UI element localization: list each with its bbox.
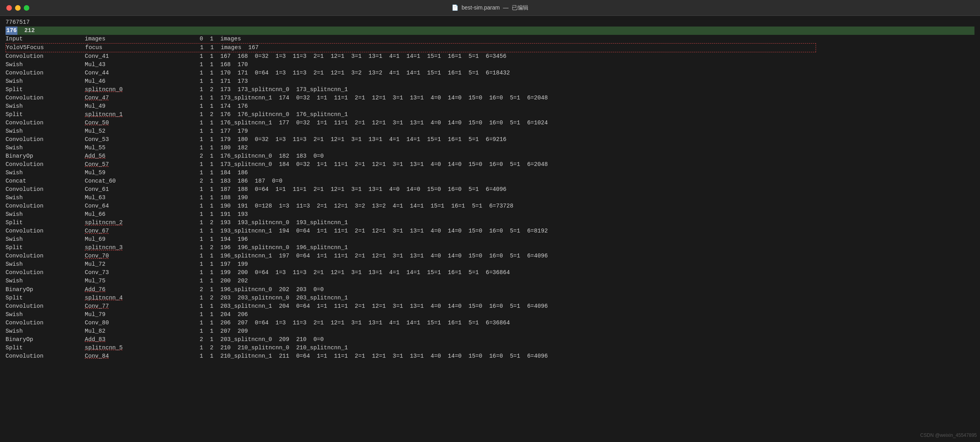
cell-params: 2 1 196_splitncnn_0 202 203 0=0 xyxy=(200,286,324,294)
cell-params: 1 2 176 176_splitncnn_0 176_splitncnn_1 xyxy=(200,110,348,119)
cell-name: Conv_50 xyxy=(85,119,200,127)
table-row: SwishMul_631 1 188 190 xyxy=(6,194,974,202)
cell-params: 1 1 188 190 xyxy=(200,194,248,202)
traffic-lights xyxy=(6,5,29,11)
table-row: SwishMul_721 1 197 199 xyxy=(6,260,974,269)
cell-name: Mul_79 xyxy=(85,311,200,319)
table-row: Splitsplitncnn_11 2 176 176_splitncnn_0 … xyxy=(6,110,974,119)
cell-name: Conv_77 xyxy=(85,302,200,311)
cell-params: 1 1 170 171 0=64 1=3 11=3 2=1 12=1 3=2 1… xyxy=(200,69,510,77)
cell-params: 1 1 190 191 0=128 1=3 11=3 2=1 12=1 3=2 … xyxy=(200,202,513,210)
cell-params: 1 1 180 182 xyxy=(200,144,248,152)
cell-type: Swish xyxy=(6,61,85,69)
cell-name: Conv_70 xyxy=(85,252,200,260)
cell-name: Conv_53 xyxy=(85,135,200,144)
cell-params: 1 1 199 200 0=64 1=3 11=3 2=1 12=1 3=1 1… xyxy=(200,269,510,277)
table-row: Splitsplitncnn_31 2 196 196_splitncnn_0 … xyxy=(6,244,974,252)
cell-name: focus xyxy=(85,44,200,52)
cell-name: Conv_64 xyxy=(85,202,200,210)
table-row: SwishMul_661 1 191 193 xyxy=(6,210,974,219)
cell-type: Split xyxy=(6,219,85,227)
cell-params: 2 1 183 186 187 0=0 xyxy=(200,177,282,185)
cell-name: splitncnn_4 xyxy=(85,294,200,302)
cell-type: BinaryOp xyxy=(6,286,85,294)
cell-params: 1 1 200 202 xyxy=(200,277,248,285)
cell-name: Mul_52 xyxy=(85,127,200,135)
cell-type: Swish xyxy=(6,210,85,219)
cell-type: Concat xyxy=(6,177,85,185)
table-row: SwishMul_461 1 171 173 xyxy=(6,77,974,86)
cell-type: Convolution xyxy=(6,160,85,169)
table-row: 176 212 xyxy=(6,27,974,35)
main-content: 7767517176 212Inputimages0 1 imagesYoloV… xyxy=(0,16,980,363)
title-bar: 📄 best-sim.param — 已编辑 xyxy=(0,0,980,16)
table-row: ConvolutionConv_671 1 193_splitncnn_1 19… xyxy=(6,227,974,235)
cell-name: splitncnn_3 xyxy=(85,244,200,252)
table-row: SwishMul_551 1 180 182 xyxy=(6,144,974,152)
table-row: BinaryOpAdd_832 1 203_splitncnn_0 209 21… xyxy=(6,335,974,344)
cell-type: BinaryOp xyxy=(6,335,85,344)
cell-name: Add_83 xyxy=(85,335,200,344)
cell-params: 1 2 210 210_splitncnn_0 210_splitncnn_1 xyxy=(200,344,348,352)
table-row: ConvolutionConv_531 1 179 180 0=32 1=3 1… xyxy=(6,135,974,144)
cell-name: Mul_72 xyxy=(85,260,200,269)
cell-name: Mul_55 xyxy=(85,144,200,152)
cell-params: 1 1 171 173 xyxy=(200,77,248,86)
cell-type: Input xyxy=(6,35,85,43)
cell-params: 1 1 167 168 0=32 1=3 11=3 2=1 12=1 3=1 1… xyxy=(200,52,506,61)
cell-params: 0 1 images xyxy=(200,35,241,43)
cell-type: Swish xyxy=(6,127,85,135)
close-button[interactable] xyxy=(6,5,12,11)
cell-params: 1 1 196_splitncnn_1 197 0=64 1=1 11=1 2=… xyxy=(200,252,548,260)
cell-type: Convolution xyxy=(6,269,85,277)
cell-name: Conv_44 xyxy=(85,69,200,77)
table-row: ConvolutionConv_441 1 170 171 0=64 1=3 1… xyxy=(6,69,974,77)
cell-type: YoloV5Focus xyxy=(6,44,85,52)
cell-name: Add_56 xyxy=(85,152,200,160)
cell-type: Swish xyxy=(6,194,85,202)
cell-name: Conv_61 xyxy=(85,185,200,194)
cell-type: Swish xyxy=(6,311,85,319)
cell-name: Mul_63 xyxy=(85,194,200,202)
table-row: SwishMul_431 1 168 170 xyxy=(6,61,974,69)
cell-type: Convolution xyxy=(6,302,85,311)
cell-params: 1 2 203 203_splitncnn_0 203_splitncnn_1 xyxy=(200,294,348,302)
table-row: SwishMul_591 1 184 186 xyxy=(6,169,974,177)
cell-params: 1 1 174 176 xyxy=(200,102,248,110)
cell-name: Add_76 xyxy=(85,286,200,294)
cell-name: splitncnn_1 xyxy=(85,110,200,119)
table-row: SwishMul_521 1 177 179 xyxy=(6,127,974,135)
maximize-button[interactable] xyxy=(24,5,29,11)
table-row: ConvolutionConv_471 1 173_splitncnn_1 17… xyxy=(6,94,974,102)
cell-type: Convolution xyxy=(6,319,85,327)
cell-params: 1 1 210_splitncnn_1 211 0=64 1=1 11=1 2=… xyxy=(200,352,548,360)
cell-name: Mul_59 xyxy=(85,169,200,177)
table-row: ConcatConcat_602 1 183 186 187 0=0 xyxy=(6,177,974,185)
cell-type: Convolution xyxy=(6,227,85,235)
cell-params: 1 1 images 167 xyxy=(200,44,259,52)
table-row: BinaryOpAdd_762 1 196_splitncnn_0 202 20… xyxy=(6,286,974,294)
cell-params: 1 1 168 170 xyxy=(200,61,248,69)
cell-type: Convolution xyxy=(6,69,85,77)
cell-type: Convolution xyxy=(6,185,85,194)
cell-type: Convolution xyxy=(6,119,85,127)
cell-params: 1 1 203_splitncnn_1 204 0=64 1=1 11=1 2=… xyxy=(200,302,548,311)
cell-params: 1 1 177 179 xyxy=(200,127,248,135)
cell-type: Split xyxy=(6,244,85,252)
file-icon: 📄 xyxy=(452,4,458,11)
table-row: Inputimages0 1 images xyxy=(6,35,974,43)
cell-type: Swish xyxy=(6,169,85,177)
cell-type: Split xyxy=(6,344,85,352)
minimize-button[interactable] xyxy=(15,5,21,11)
cell-type: Convolution xyxy=(6,252,85,260)
cell-type: Convolution xyxy=(6,94,85,102)
cell-params: 1 1 194 196 xyxy=(200,235,248,244)
table-row: Splitsplitncnn_01 2 173 173_splitncnn_0 … xyxy=(6,86,974,94)
cell-name: Mul_82 xyxy=(85,327,200,335)
cell-name: splitncnn_0 xyxy=(85,86,200,94)
cell-params: 1 1 176_splitncnn_1 177 0=32 1=1 11=1 2=… xyxy=(200,119,548,127)
cell-type: Convolution xyxy=(6,52,85,61)
table-row: SwishMul_791 1 204 206 xyxy=(6,311,974,319)
cell-params: 1 1 206 207 0=64 1=3 11=3 2=1 12=1 3=1 1… xyxy=(200,319,510,327)
table-row: SwishMul_751 1 200 202 xyxy=(6,277,974,285)
